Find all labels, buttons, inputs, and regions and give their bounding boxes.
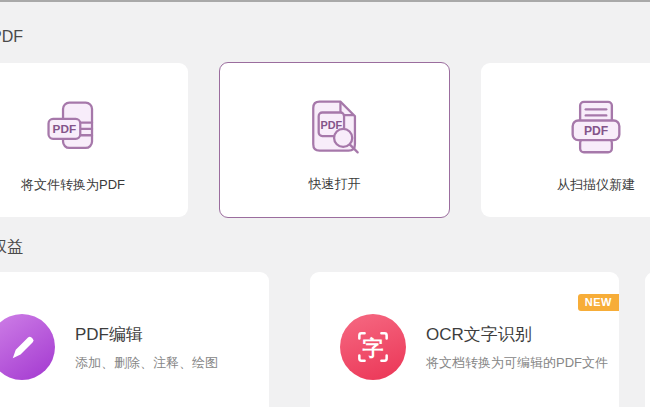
card-convert-to-pdf[interactable]: PDF 将文件转换为PDF bbox=[0, 63, 188, 217]
pencil-icon bbox=[7, 332, 37, 362]
card-title: PDF编辑 bbox=[75, 323, 218, 346]
card-label: 将文件转换为PDF bbox=[21, 176, 125, 194]
card-label: 快速打开 bbox=[309, 175, 361, 193]
card-title: OCR文字识别 bbox=[426, 323, 608, 346]
pdf-text: PDF bbox=[584, 124, 608, 138]
home-panel: PDF PDF 将文件转换为PDF PDF bbox=[0, 0, 650, 407]
pdf-text: PDF bbox=[53, 122, 77, 135]
card-ocr[interactable]: NEW 字 OCR文字识别 将文档转换为可编辑的PDF文件 bbox=[310, 272, 619, 407]
card-pdf-edit[interactable]: PDF编辑 添加、删除、注释、绘图 bbox=[0, 272, 269, 407]
card-new-from-scanner[interactable]: PDF 从扫描仪新建 bbox=[481, 63, 650, 217]
card-subtitle: 将文档转换为可编辑的PDF文件 bbox=[426, 354, 608, 372]
quick-open-icon: PDF bbox=[306, 98, 364, 156]
card-label: 从扫描仪新建 bbox=[557, 176, 635, 194]
benefits-section-title-text: 权益 bbox=[0, 237, 23, 258]
create-pdf-section-title: PDF bbox=[0, 28, 120, 50]
scanner-icon: PDF bbox=[568, 99, 624, 157]
ocr-icon: 字 bbox=[340, 314, 406, 380]
benefits-section-title: 权益 bbox=[0, 237, 120, 259]
card-quick-open[interactable]: PDF 快速打开 bbox=[219, 62, 450, 218]
pdf-edit-icon bbox=[0, 314, 55, 380]
card-partial-right[interactable] bbox=[645, 272, 650, 407]
card-subtitle: 添加、删除、注释、绘图 bbox=[75, 354, 218, 372]
create-pdf-section-title-text: PDF bbox=[0, 28, 23, 46]
window-top-border bbox=[0, 0, 650, 2]
convert-to-pdf-icon: PDF bbox=[44, 99, 102, 157]
ocr-glyph: 字 bbox=[363, 336, 384, 359]
new-badge: NEW bbox=[578, 294, 619, 311]
